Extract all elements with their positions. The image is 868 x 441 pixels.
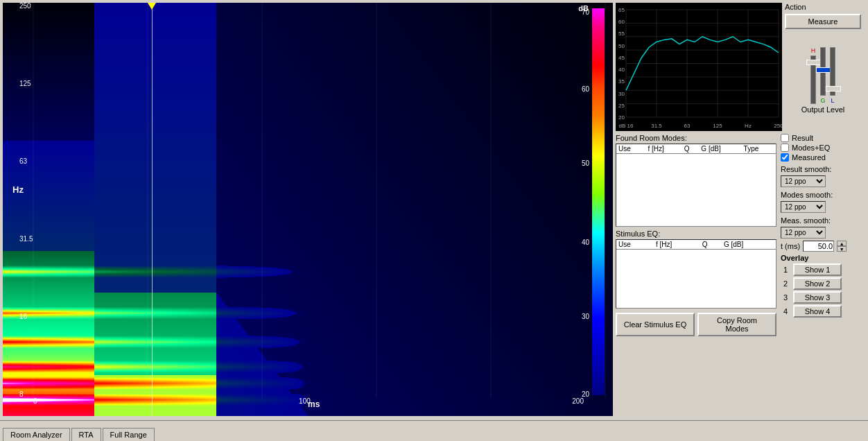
l-label: L bbox=[831, 97, 834, 104]
action-label: Action bbox=[785, 3, 861, 11]
tms-down-button[interactable]: ▼ bbox=[837, 246, 847, 252]
room-modes-title: Found Room Modes: bbox=[616, 134, 776, 142]
modes-eq-checkbox[interactable] bbox=[781, 144, 789, 152]
tab-room-analyzer[interactable]: Room Analyzer bbox=[3, 428, 70, 441]
result-smooth-label: Result smooth: bbox=[781, 165, 831, 173]
bottom-tabs: Room Analyzer RTA Full Range bbox=[0, 420, 868, 441]
copy-room-modes-button[interactable]: Copy Room Modes bbox=[697, 313, 776, 336]
db-label-70: 70 bbox=[582, 8, 589, 16]
show-1-button[interactable]: Show 1 bbox=[793, 263, 842, 276]
db-label-20: 20 bbox=[582, 390, 589, 398]
overlay-row-2: 2 Show 2 bbox=[781, 277, 864, 290]
show-3-button[interactable]: Show 3 bbox=[793, 291, 842, 304]
db-label-50: 50 bbox=[582, 159, 589, 167]
bottom-buttons: Clear Stimulus EQ Copy Room Modes bbox=[616, 313, 776, 336]
h-label: H bbox=[811, 47, 816, 54]
stimulus-eq-table: Use f [Hz] Q G [dB] bbox=[616, 240, 776, 250]
tms-up-button[interactable]: ▲ bbox=[837, 241, 847, 246]
tms-input[interactable] bbox=[803, 241, 834, 252]
measured-checkbox[interactable] bbox=[781, 153, 789, 162]
modes-smooth-row: Modes smooth: bbox=[781, 191, 864, 199]
result-checkbox-row[interactable]: Result bbox=[781, 134, 864, 142]
tms-spinner: ▲ ▼ bbox=[837, 241, 847, 252]
meas-smooth-label: Meas. smooth: bbox=[781, 216, 831, 225]
col-use-seq: Use bbox=[616, 240, 654, 250]
col-use-rm: Use bbox=[616, 144, 645, 154]
measured-checkbox-label: Measured bbox=[792, 153, 826, 162]
modes-eq-checkbox-row[interactable]: Modes+EQ bbox=[781, 144, 864, 152]
marker-line bbox=[152, 3, 153, 416]
overlay-num-3: 3 bbox=[781, 293, 790, 302]
tms-row: t (ms) ▲ ▼ bbox=[781, 241, 864, 252]
stimulus-eq-title: Stimulus EQ: bbox=[616, 230, 776, 238]
overlay-label: Overlay bbox=[781, 254, 864, 262]
meas-smooth-row: Meas. smooth: bbox=[781, 216, 864, 225]
db-label-40: 40 bbox=[582, 239, 589, 246]
content-area: 250 125 63 31.5 16 8 Hz 0 100 200 ms dB bbox=[0, 0, 868, 420]
overlay-num-1: 1 bbox=[781, 266, 790, 274]
colorbar-gradient bbox=[592, 8, 605, 395]
main-container: 250 125 63 31.5 16 8 Hz 0 100 200 ms dB bbox=[0, 0, 868, 441]
tables-col: Found Room Modes: Use f [Hz] Q G [dB] bbox=[616, 134, 776, 336]
mini-graph-canvas bbox=[616, 3, 782, 131]
result-smooth-row: Result smooth: bbox=[781, 165, 864, 173]
checkboxes-panel: Result Modes+EQ Measured bbox=[781, 134, 864, 162]
output-level-container: H G bbox=[785, 35, 861, 114]
g-label: G bbox=[820, 97, 825, 104]
output-level-label: Output Level bbox=[801, 105, 844, 114]
overlay-num-2: 2 bbox=[781, 279, 790, 288]
measure-button[interactable]: Measure bbox=[785, 14, 861, 29]
modes-smooth-select-row: 12 ppo 6 ppo 3 ppo 1 ppo None bbox=[781, 201, 864, 213]
overlay-row-1: 1 Show 1 bbox=[781, 263, 864, 276]
room-modes-section: Found Room Modes: Use f [Hz] Q G [dB] bbox=[616, 134, 776, 227]
measured-checkbox-row[interactable]: Measured bbox=[781, 153, 864, 162]
room-modes-table-area[interactable]: Use f [Hz] Q G [dB] Type bbox=[616, 144, 776, 227]
colorbar bbox=[592, 8, 605, 395]
db-label-30: 30 bbox=[582, 313, 589, 320]
level-sliders: H G bbox=[810, 35, 835, 104]
mini-graph-container bbox=[616, 3, 782, 131]
result-checkbox-label: Result bbox=[792, 134, 813, 142]
ms-label: ms bbox=[308, 399, 320, 409]
top-right: Action Measure H bbox=[616, 3, 864, 131]
spectrogram-container: 250 125 63 31.5 16 8 Hz 0 100 200 ms dB bbox=[3, 3, 613, 416]
spectrogram-canvas bbox=[3, 3, 613, 416]
meas-smooth-select-row: 12 ppo 6 ppo 3 ppo 1 ppo None bbox=[781, 227, 864, 239]
overlay-section: Overlay 1 Show 1 2 Show 2 3 Show 3 bbox=[781, 254, 864, 318]
col-q-rm: Q bbox=[682, 144, 700, 154]
overlay-row-4: 4 Show 4 bbox=[781, 305, 864, 318]
room-modes-table: Use f [Hz] Q G [dB] Type bbox=[616, 144, 776, 154]
right-panel: Action Measure H bbox=[616, 3, 864, 417]
result-checkbox[interactable] bbox=[781, 134, 789, 142]
modes-smooth-label: Modes smooth: bbox=[781, 191, 833, 199]
meas-smooth-select[interactable]: 12 ppo 6 ppo 3 ppo 1 ppo None bbox=[781, 227, 826, 239]
show-2-button[interactable]: Show 2 bbox=[793, 277, 842, 290]
show-4-button[interactable]: Show 4 bbox=[793, 305, 842, 318]
overlay-row-3: 3 Show 3 bbox=[781, 291, 864, 304]
action-panel: Action Measure H bbox=[785, 3, 861, 131]
clear-stimulus-button[interactable]: Clear Stimulus EQ bbox=[616, 313, 695, 336]
tms-label: t (ms) bbox=[781, 242, 800, 250]
tab-full-range[interactable]: Full Range bbox=[103, 428, 155, 441]
modes-eq-checkbox-label: Modes+EQ bbox=[792, 144, 830, 152]
col-g-seq: G [dB] bbox=[722, 240, 776, 250]
result-smooth-select[interactable]: 12 ppo 6 ppo 3 ppo 1 ppo None bbox=[781, 175, 826, 187]
stimulus-eq-table-area[interactable]: Use f [Hz] Q G [dB] bbox=[616, 239, 776, 309]
stimulus-eq-section: Stimulus EQ: Use f [Hz] Q G [dB] bbox=[616, 230, 776, 309]
col-freq-seq: f [Hz] bbox=[654, 240, 700, 250]
result-smooth-select-row: 12 ppo 6 ppo 3 ppo 1 ppo None bbox=[781, 175, 864, 187]
col-type-rm: Type bbox=[742, 144, 776, 154]
db-label-60: 60 bbox=[582, 85, 589, 93]
tab-rta[interactable]: RTA bbox=[71, 428, 101, 441]
col-g-rm: G [dB] bbox=[699, 144, 741, 154]
hz-label: Hz bbox=[12, 184, 24, 195]
overlay-num-4: 4 bbox=[781, 307, 790, 315]
col-freq-rm: f [Hz] bbox=[645, 144, 682, 154]
marker-triangle bbox=[148, 3, 156, 10]
modes-smooth-select[interactable]: 12 ppo 6 ppo 3 ppo 1 ppo None bbox=[781, 201, 826, 213]
middle-right: Found Room Modes: Use f [Hz] Q G [dB] bbox=[616, 134, 864, 336]
col-q-seq: Q bbox=[700, 240, 722, 250]
controls-col: Result Modes+EQ Measured Result bbox=[781, 134, 864, 336]
